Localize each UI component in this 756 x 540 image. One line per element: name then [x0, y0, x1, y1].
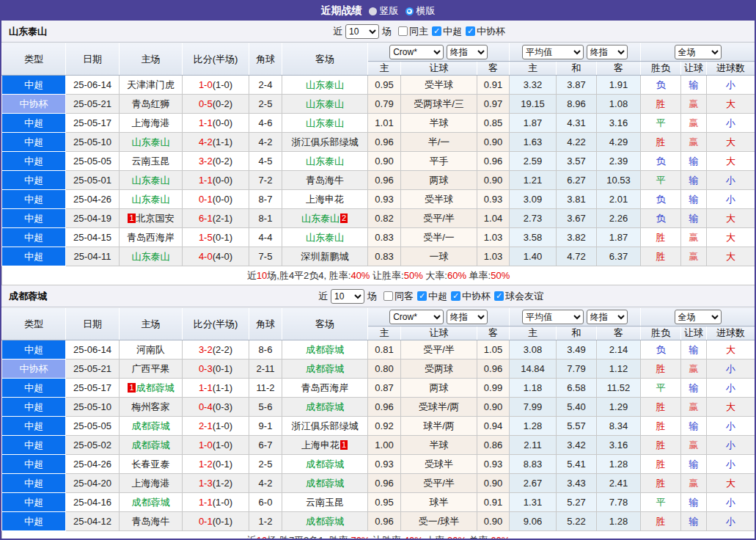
halftime-score: (1-0)	[213, 420, 232, 431]
layout-option-vertical[interactable]: 竖版	[369, 4, 399, 18]
summary-stat-value: 10	[257, 535, 267, 540]
odds-stage-select[interactable]: 终指	[447, 45, 488, 59]
filter-checkbox-中协杯[interactable]: ✓	[451, 291, 460, 301]
match-date: 25-05-01	[66, 171, 120, 190]
filter-checkbox-中超[interactable]: ✓	[417, 291, 427, 301]
match-rows: 中超25-06-14河南队3-2(2-2)8-6成都蓉城0.81受平/半1.05…	[2, 340, 755, 531]
team-name: 山东泰山	[301, 213, 340, 224]
odds-away-cell: 0.85	[477, 114, 510, 133]
match-row: 中超25-05-02成都蓉城1-0(1-0)6-7上海申花11.00半球0.86…	[2, 436, 755, 455]
filter-checkbox-球会友谊[interactable]: ✓	[494, 291, 504, 301]
team-name: 上海海港	[132, 478, 170, 489]
fulltime-score: 0-3	[199, 363, 213, 374]
odds-away-cell: 0.94	[477, 417, 510, 436]
match-type-badge: 中协杯	[2, 95, 66, 114]
layout-option-horizontal[interactable]: 横版	[405, 4, 436, 18]
match-type-badge: 中超	[2, 493, 66, 512]
filter-checkbox-label: 中协杯	[462, 290, 491, 303]
result-goals-cell: 小	[707, 455, 755, 474]
score-cell: 1-1(0-0)	[183, 114, 249, 133]
result-handicap-cell: 赢	[681, 398, 707, 417]
match-type-badge: 中超	[2, 114, 66, 133]
filter-checkbox-label: 中超	[428, 290, 447, 303]
fulltime-score: 0-1	[199, 516, 213, 527]
recent-games-select[interactable]: 10	[345, 24, 379, 39]
team-name: 山东泰山	[306, 117, 344, 128]
avg-home-cell: 2.73	[510, 209, 557, 228]
match-table-home-team: 类型 日期 主场 比分(半场) 角球 客场 Crow* 终指 平均值 终指 全场	[1, 43, 755, 285]
average-select[interactable]: 平均值	[522, 310, 584, 324]
fulltime-score: 1-1	[199, 175, 213, 186]
summary-stat-value: 70%	[351, 535, 370, 540]
filter-checkbox-中协杯[interactable]: ✓	[466, 26, 475, 36]
fulltime-select[interactable]: 全场	[675, 310, 722, 324]
col-avg-away: 客	[597, 326, 641, 340]
bookmaker-select[interactable]: Crow*	[389, 310, 444, 324]
result-handicap-cell: 赢	[681, 133, 707, 152]
table-header: 类型 日期 主场 比分(半场) 角球 客场 Crow* 终指 平均值 终指 全场	[2, 43, 755, 76]
match-row: 中超25-05-171成都蓉城1-1(1-1)11-2青岛西海岸0.87两球0.…	[2, 379, 755, 398]
fulltime-select[interactable]: 全场	[675, 45, 722, 59]
bookmaker-select[interactable]: Crow*	[389, 45, 444, 59]
odds-handicap-cell: 两球	[401, 379, 477, 398]
recent-games-select[interactable]: 10	[331, 289, 364, 304]
recent-results-page: 近期战绩 竖版 横版 山东泰山 近 10 场 同主✓中超✓中协杯 类型	[0, 0, 756, 540]
summary-text: 场,胜4平2负4, 胜率:	[267, 270, 351, 281]
radio-vertical-icon[interactable]	[369, 7, 377, 15]
avg-stage-select[interactable]: 终指	[587, 310, 628, 324]
result-handicap-cell: 输	[681, 209, 707, 228]
result-goals-cell: 大	[707, 209, 755, 228]
average-select[interactable]: 平均值	[522, 45, 584, 59]
summary-text: 单率:	[466, 535, 491, 540]
avg-away-cell: 1.08	[597, 95, 641, 114]
avg-away-cell: 2.26	[597, 209, 641, 228]
corner-cell: 4-4	[249, 228, 282, 247]
team-name: 成都蓉城	[306, 344, 344, 355]
odds-away-cell: 0.90	[477, 171, 510, 190]
section-band-away-team: 成都蓉城 近 10 场 同客✓中超✓中协杯✓球会友谊	[1, 285, 755, 307]
odds-home-cell: 0.83	[368, 247, 401, 266]
odds-home-cell: 0.96	[368, 512, 401, 531]
home-team-cell: 青岛海牛	[120, 512, 183, 531]
team-name: 成都蓉城	[306, 516, 344, 527]
fulltime-score: 1-5	[199, 232, 213, 243]
match-date: 25-05-05	[66, 417, 120, 436]
filter-checkbox-同主[interactable]	[398, 26, 408, 36]
match-type-badge: 中超	[2, 417, 66, 436]
odds-away-cell: 0.91	[477, 76, 510, 95]
result-goals-cell: 大	[707, 152, 755, 171]
result-wdl-cell: 平	[641, 493, 681, 512]
col-score: 比分(半场)	[183, 308, 249, 340]
result-wdl-cell: 胜	[641, 417, 681, 436]
avg-home-cell: 1.87	[510, 114, 557, 133]
avg-home-cell: 1.31	[510, 493, 557, 512]
odds-away-cell: 0.93	[477, 190, 510, 209]
odds-stage-select[interactable]: 终指	[447, 310, 488, 324]
col-avg-away: 客	[597, 62, 641, 76]
col-corner: 角球	[249, 43, 282, 76]
col-result-wdl: 胜负	[641, 326, 681, 340]
team-name: 深圳新鹏城	[301, 251, 349, 262]
radio-horizontal-icon[interactable]	[405, 7, 414, 15]
col-avg-home: 主	[510, 62, 557, 76]
team-name-heading: 山东泰山	[9, 25, 47, 38]
filter-checkbox-中超[interactable]: ✓	[432, 26, 441, 36]
score-cell: 0-1(0-0)	[183, 190, 249, 209]
summary-text: 大率:	[423, 535, 447, 540]
odds-handicap-cell: 球半	[401, 493, 477, 512]
team-name: 浙江俱乐部绿城	[292, 420, 359, 431]
col-odds-away: 客	[477, 62, 510, 76]
filter-checkbox-同客[interactable]	[383, 291, 393, 301]
avg-stage-select[interactable]: 终指	[587, 45, 628, 59]
col-odds-home: 主	[368, 62, 401, 76]
avg-draw-cell: 3.57	[557, 152, 597, 171]
result-handicap-cell: 输	[681, 171, 707, 190]
avg-draw-cell: 3.43	[557, 474, 597, 493]
result-wdl-cell: 胜	[641, 398, 681, 417]
avg-away-cell: 2.41	[597, 474, 641, 493]
score-cell: 3-2(2-2)	[183, 340, 249, 360]
fulltime-score: 2-1	[199, 420, 213, 431]
match-date: 25-05-02	[66, 436, 120, 455]
result-goals-cell: 大	[707, 95, 755, 114]
odds-home-cell: 0.92	[368, 417, 401, 436]
